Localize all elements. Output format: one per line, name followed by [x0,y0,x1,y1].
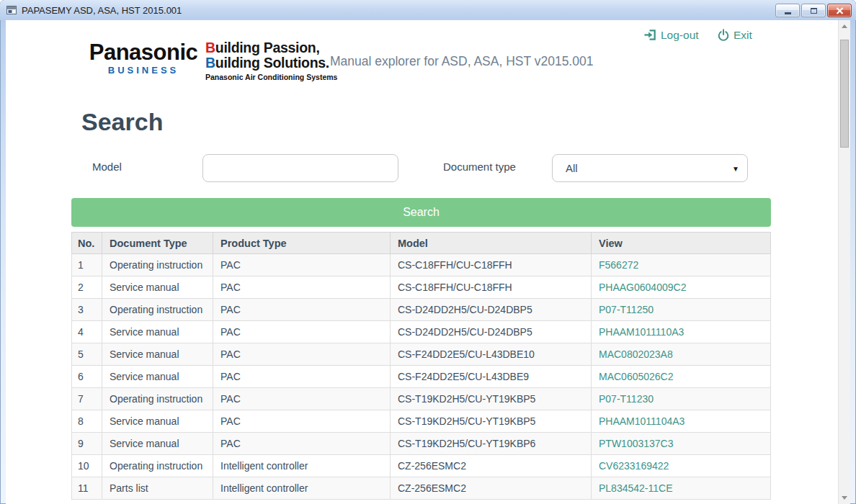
tagline-line2-initial: B [205,55,215,71]
table-row: 9Service manualPACCS-T19KD2H5/CU-YT19KBP… [72,433,771,455]
table-row: 2Service manualPACCS-C18FFH/CU-C18FFHPHA… [72,276,771,299]
close-button[interactable] [827,4,852,17]
maximize-icon [811,8,817,14]
app-window: PAPASEMY ASD, ASA, HST 2015.001 Panasoni… [0,0,856,504]
exit-label: Exit [734,29,752,42]
column-header-model: Model [391,233,592,254]
panasonic-wordmark: Panasonic [83,41,204,64]
cell-model: CS-D24DD2H5/CU-D24DBP5 [391,321,592,343]
minimize-icon [785,12,791,14]
table-row: 7Operating instructionPACCS-T19KD2H5/CU-… [72,388,771,410]
cell-product-type: Intelligent controller [213,477,391,500]
page: Panasonic BUSINESS Building Passion, Bui… [6,20,838,504]
cell-no: 9 [72,433,102,455]
cell-model: CS-T19KD2H5/CU-YT19KBP5 [391,388,592,410]
table-row: 10Operating instructionIntelligent contr… [72,455,771,477]
model-input[interactable] [202,154,398,182]
cell-view: PL834542-11CE [592,477,771,500]
cell-model: CS-F24DD2E5/CU-L43DBE10 [391,343,592,366]
view-link[interactable]: PL834542-11CE [599,482,672,494]
page-title: Search [81,107,163,137]
cell-model: CS-C18FFH/CU-C18FFH [391,276,592,299]
cell-product-type: PAC [213,254,391,276]
chevron-down-icon: ▼ [732,156,739,182]
cell-view: F566272 [592,254,771,276]
view-link[interactable]: PTW1003137C3 [599,438,674,449]
cell-model: CS-T19KD2H5/CU-YT19KBP5 [391,410,592,433]
logout-icon [643,28,657,42]
search-button[interactable]: Search [71,198,771,227]
window-controls [775,4,852,17]
view-link[interactable]: PHAAG0604009C2 [599,282,686,293]
table-header-row: No. Document Type Product Type Model Vie… [72,233,771,254]
cell-document-type: Operating instruction [102,254,213,276]
scroll-up-icon [842,24,847,28]
document-type-select[interactable]: All ▼ [552,154,748,182]
scrollbar-thumb[interactable] [840,40,849,148]
cell-no: 2 [72,276,102,299]
cell-document-type: Service manual [102,343,213,366]
cell-model: CZ-256ESMC2 [391,477,592,500]
cell-view: PHAAM1011104A3 [592,410,771,433]
cell-no: 5 [72,343,102,366]
minimize-button[interactable] [775,4,800,17]
cell-product-type: PAC [213,388,391,410]
maximize-button[interactable] [801,4,826,17]
titlebar: PAPASEMY ASD, ASA, HST 2015.001 [0,0,856,20]
tagline-subtext: Panasonic Air Conditioning Systems [205,73,337,81]
cell-document-type: Service manual [102,410,213,433]
view-link[interactable]: MAC0605026C2 [599,371,674,382]
tagline-line2-rest: uilding Solutions. [215,55,329,71]
table-row: 5Service manualPACCS-F24DD2E5/CU-L43DBE1… [72,343,771,366]
view-link[interactable]: MAC0802023A8 [599,348,673,360]
close-icon [836,7,844,14]
view-link[interactable]: PHAAM1011104A3 [599,415,685,427]
view-link[interactable]: CV6233169422 [599,460,669,472]
cell-document-type: Service manual [102,366,213,388]
logout-button[interactable]: Log-out [643,28,699,42]
cell-no: 8 [72,410,102,433]
vertical-scrollbar[interactable] [838,20,850,504]
power-icon [717,28,730,42]
content-area: Panasonic BUSINESS Building Passion, Bui… [6,20,850,504]
cell-no: 7 [72,388,102,410]
view-link[interactable]: P07-T11250 [599,304,654,315]
app-subtitle: Manual explorer for ASD, ASA, HST v2015.… [330,54,593,69]
cell-model: CS-D24DD2H5/CU-D24DBP5 [391,299,592,321]
column-header-no: No. [72,233,102,254]
cell-view: PHAAM1011110A3 [592,321,771,343]
column-header-product-type: Product Type [213,233,391,254]
document-type-value: All [566,162,578,174]
cell-no: 3 [72,299,102,321]
view-link[interactable]: F566272 [599,259,638,271]
cell-product-type: PAC [213,343,391,366]
scroll-down-icon [842,496,847,500]
cell-view: PTW1003137C3 [592,433,771,455]
cell-product-type: PAC [213,321,391,343]
cell-document-type: Service manual [102,433,213,455]
tagline-line1: Building Passion, [205,40,337,55]
cell-view: MAC0605026C2 [592,366,771,388]
logout-label: Log-out [661,29,699,42]
exit-button[interactable]: Exit [717,28,752,42]
results-table-body: 1Operating instructionPACCS-C18FFH/CU-C1… [72,254,771,500]
scrollbar-up-button[interactable] [839,20,850,32]
building-solutions-logo: Building Passion, Building Solutions. Pa… [205,40,337,81]
table-row: 6Service manualPACCS-F24DD2E5/CU-L43DBE9… [72,366,771,388]
panasonic-logo: Panasonic BUSINESS [83,41,204,76]
cell-product-type: PAC [213,276,391,299]
view-link[interactable]: PHAAM1011110A3 [599,326,684,338]
tagline-line1-rest: uilding Passion, [215,40,320,55]
cell-no: 10 [72,455,102,477]
cell-no: 4 [72,321,102,343]
cell-product-type: PAC [213,410,391,433]
tagline-line2: Building Solutions. [205,55,337,71]
window-title: PAPASEMY ASD, ASA, HST 2015.001 [22,5,182,16]
scrollbar-down-button[interactable] [839,492,850,504]
cell-product-type: PAC [213,299,391,321]
model-label: Model [92,161,122,173]
cell-view: CV6233169422 [592,455,771,477]
view-link[interactable]: P07-T11230 [599,393,654,405]
cell-view: P07-T11230 [592,388,771,410]
cell-no: 1 [72,254,102,276]
